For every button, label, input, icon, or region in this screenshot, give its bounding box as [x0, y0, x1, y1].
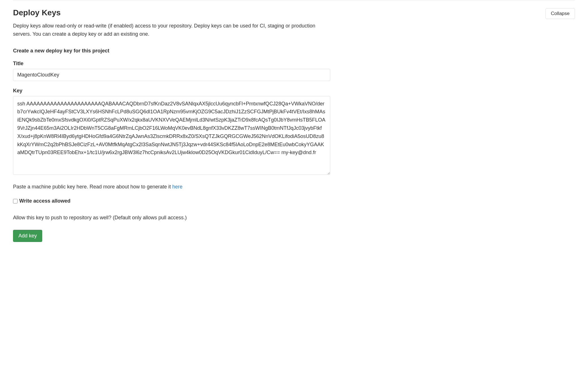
key-label: Key — [13, 88, 330, 94]
write-access-label[interactable]: Write access allowed — [19, 198, 71, 204]
key-helper-prefix: Paste a machine public key here. Read mo… — [13, 184, 172, 190]
add-key-button[interactable]: Add key — [13, 230, 42, 242]
collapse-button[interactable]: Collapse — [546, 8, 575, 19]
write-access-row: Write access allowed — [13, 198, 330, 204]
deploy-key-form: Create a new deploy key for this project… — [13, 48, 330, 242]
section-description: Deploy keys allow read-only or read-writ… — [13, 22, 325, 38]
section-title: Deploy Keys — [13, 8, 61, 17]
key-helper-link[interactable]: here — [172, 184, 182, 190]
write-access-helper: Allow this key to push to repository as … — [13, 214, 330, 222]
key-textarea[interactable]: ssh AAAAAAAAAAAAAAAAAAAAAAQABAAACAQDbrnD… — [13, 96, 330, 175]
key-helper-text: Paste a machine public key here. Read mo… — [13, 183, 330, 191]
form-subtitle: Create a new deploy key for this project — [13, 48, 330, 54]
title-label: Title — [13, 61, 330, 67]
write-access-checkbox[interactable] — [13, 199, 18, 203]
section-header: Deploy Keys Collapse — [13, 8, 575, 19]
section-divider — [13, 0, 575, 0]
title-input[interactable] — [13, 69, 330, 81]
